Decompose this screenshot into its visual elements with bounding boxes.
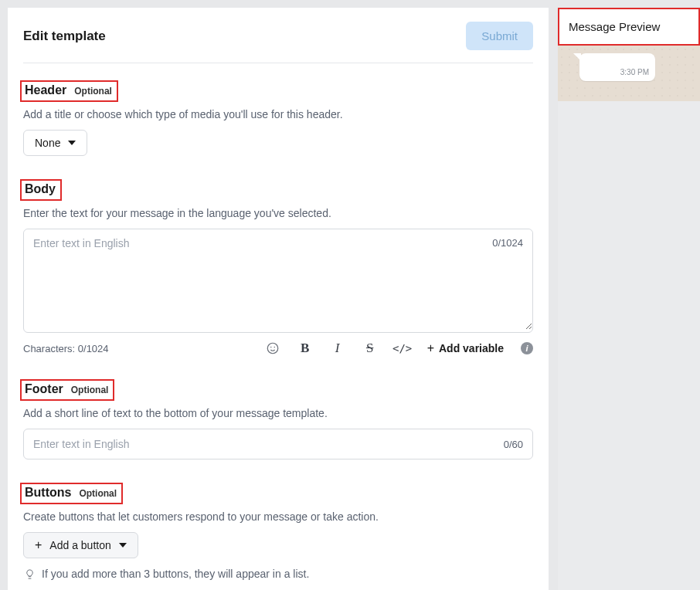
preview-panel: Message Preview 3:30 PM xyxy=(558,8,700,590)
header-title: Header xyxy=(25,83,66,97)
footer-counter: 0/60 xyxy=(504,439,523,450)
header-type-dropdown[interactable]: None xyxy=(23,130,87,156)
buttons-hint-text: If you add more than 3 buttons, they wil… xyxy=(42,568,309,580)
plus-icon: + xyxy=(35,539,42,551)
buttons-heading: Buttons Optional xyxy=(20,483,123,504)
svg-point-0 xyxy=(267,343,278,354)
header-heading: Header Optional xyxy=(20,80,118,102)
header-desc: Add a title or choose which type of medi… xyxy=(23,108,533,120)
chevron-down-icon xyxy=(68,141,76,145)
body-title: Body xyxy=(25,182,56,196)
submit-button[interactable]: Submit xyxy=(466,22,533,50)
lightbulb-icon xyxy=(23,568,36,580)
section-body: Body Enter the text for your message in … xyxy=(23,179,533,356)
editor-panel: Edit template Submit Header Optional Add… xyxy=(8,8,549,590)
buttons-desc: Create buttons that let customers respon… xyxy=(23,510,533,523)
body-toolbar: Characters: 0/1024 B I S xyxy=(23,341,533,356)
body-desc: Enter the text for your message in the l… xyxy=(23,207,533,219)
preview-title: Message Preview xyxy=(558,8,700,46)
columns: Edit template Submit Header Optional Add… xyxy=(8,8,700,590)
footer-heading: Footer Optional xyxy=(20,379,114,401)
footer-input[interactable] xyxy=(33,438,504,450)
add-variable-button[interactable]: + Add variable xyxy=(427,342,504,354)
footer-desc: Add a short line of text to the bottom o… xyxy=(23,407,533,419)
chevron-down-icon xyxy=(119,543,127,548)
svg-point-1 xyxy=(270,347,272,348)
body-heading: Body xyxy=(20,179,62,201)
footer-input-wrap: 0/60 xyxy=(23,429,533,459)
preview-body: 3:30 PM xyxy=(558,46,700,590)
header-type-value: None xyxy=(35,137,60,149)
body-counter-inside: 0/1024 xyxy=(492,237,523,249)
section-footer: Footer Optional Add a short line of text… xyxy=(23,379,533,459)
body-toolbar-right: B I S </> + Add variable i xyxy=(265,341,533,356)
page-title: Edit template xyxy=(23,29,106,44)
message-bubble: 3:30 PM xyxy=(579,53,655,81)
section-buttons: Buttons Optional Create buttons that let… xyxy=(23,483,533,580)
buttons-title: Buttons xyxy=(25,486,71,500)
footer-title: Footer xyxy=(25,382,63,396)
plus-icon: + xyxy=(427,342,434,354)
header-optional-tag: Optional xyxy=(74,86,112,97)
code-icon[interactable]: </> xyxy=(395,341,410,356)
emoji-icon[interactable] xyxy=(265,341,280,356)
italic-icon[interactable]: I xyxy=(330,341,345,356)
chat-area: 3:30 PM xyxy=(558,46,700,101)
body-textarea-wrap: 0/1024 xyxy=(23,229,533,333)
strikethrough-icon[interactable]: S xyxy=(362,341,378,356)
body-char-line: Characters: 0/1024 xyxy=(23,343,109,354)
buttons-optional-tag: Optional xyxy=(79,488,117,499)
add-button-dropdown[interactable]: + Add a button xyxy=(23,532,138,558)
add-variable-label: Add variable xyxy=(439,342,504,354)
body-textarea[interactable] xyxy=(24,229,532,330)
section-header: Header Optional Add a title or choose wh… xyxy=(23,80,533,156)
add-button-label: Add a button xyxy=(49,539,110,551)
bold-icon[interactable]: B xyxy=(297,341,313,356)
footer-optional-tag: Optional xyxy=(71,385,109,395)
page-head: Edit template Submit xyxy=(23,22,533,63)
bubble-timestamp: 3:30 PM xyxy=(620,68,649,76)
app-frame: Edit template Submit Header Optional Add… xyxy=(0,0,700,590)
buttons-hint: If you add more than 3 buttons, they wil… xyxy=(23,568,533,580)
info-icon[interactable]: i xyxy=(521,342,533,354)
svg-point-2 xyxy=(274,347,275,348)
